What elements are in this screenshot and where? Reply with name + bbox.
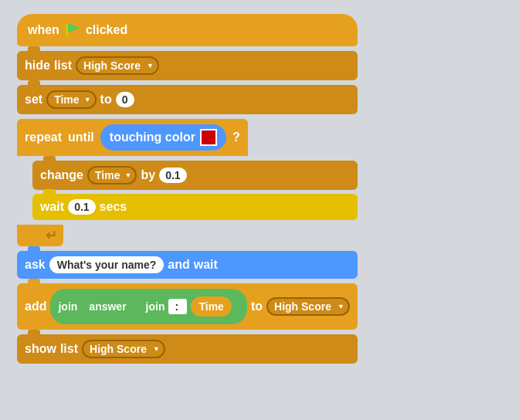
show-list-name: High Score bbox=[90, 343, 147, 355]
wait-label: wait bbox=[40, 200, 64, 214]
change-variable-label: Time bbox=[95, 169, 120, 181]
color-swatch-red[interactable] bbox=[200, 129, 217, 146]
repeat-until-inner: change Time by 0.1 wait 0.1 secs bbox=[17, 156, 358, 225]
repeat-until-bottom: ↵ bbox=[17, 225, 63, 246]
list-label2: list bbox=[60, 342, 78, 356]
svg-marker-1 bbox=[68, 23, 80, 32]
when-label: when bbox=[28, 23, 59, 37]
time-reporter-block[interactable]: Time bbox=[191, 296, 231, 317]
wait-label2: wait bbox=[194, 258, 218, 272]
until-label: until bbox=[68, 130, 94, 144]
add-list-dropdown[interactable]: High Score bbox=[266, 297, 350, 316]
to-label: to bbox=[100, 93, 112, 107]
by-label: by bbox=[141, 168, 155, 182]
time-variable-dropdown[interactable]: Time bbox=[46, 90, 96, 109]
change-label: change bbox=[40, 168, 83, 182]
set-label: set bbox=[25, 93, 42, 107]
and-label: and bbox=[168, 258, 189, 272]
scratch-blocks-container: when clicked hide list High Score set Ti… bbox=[17, 14, 358, 364]
hide-list-block[interactable]: hide list High Score bbox=[17, 51, 358, 80]
outer-join-block[interactable]: join answer join : Time bbox=[50, 289, 246, 324]
ask-question-input[interactable]: What's your name? bbox=[49, 256, 165, 273]
ask-block[interactable]: ask What's your name? and wait bbox=[17, 251, 358, 279]
hide-list-dropdown[interactable]: High Score bbox=[76, 56, 159, 75]
repeat-until-top[interactable]: repeat until touching color ? bbox=[17, 119, 248, 156]
show-label: show bbox=[25, 342, 56, 356]
hide-list-name: High Score bbox=[83, 59, 141, 72]
set-time-block[interactable]: set Time to 0 bbox=[17, 85, 358, 114]
add-list-name: High Score bbox=[274, 300, 331, 313]
wait-block[interactable]: wait 0.1 secs bbox=[32, 194, 358, 220]
hide-label: hide bbox=[25, 59, 50, 73]
svg-rect-0 bbox=[66, 23, 68, 37]
loop-arrow-icon: ↵ bbox=[46, 227, 57, 244]
add-block[interactable]: add join answer join : Time to High Sco bbox=[17, 283, 358, 330]
list-label: list bbox=[54, 59, 72, 73]
time-variable-label: Time bbox=[54, 93, 79, 106]
show-list-dropdown[interactable]: High Score bbox=[82, 340, 165, 358]
change-value-input[interactable]: 0.1 bbox=[159, 168, 186, 183]
change-time-block[interactable]: change Time by 0.1 bbox=[32, 161, 358, 190]
touching-color-label: touching color bbox=[110, 130, 195, 144]
change-variable-dropdown[interactable]: Time bbox=[87, 166, 137, 185]
wait-value-input[interactable]: 0.1 bbox=[68, 199, 95, 215]
answer-block[interactable]: answer bbox=[81, 296, 134, 317]
show-list-block[interactable]: show list High Score bbox=[17, 334, 358, 364]
clicked-label: clicked bbox=[86, 23, 127, 37]
time-label: Time bbox=[198, 300, 223, 313]
set-value-input[interactable]: 0 bbox=[116, 92, 134, 107]
repeat-label: repeat bbox=[25, 130, 62, 144]
flag-icon bbox=[63, 22, 82, 39]
question-mark: ? bbox=[232, 130, 240, 144]
answer-label: answer bbox=[89, 300, 126, 313]
add-label: add bbox=[25, 300, 46, 313]
ask-label: ask bbox=[25, 258, 46, 272]
to-label2: to bbox=[251, 300, 263, 313]
touching-color-block[interactable]: touching color bbox=[100, 124, 226, 151]
separator-input[interactable]: : bbox=[168, 299, 187, 314]
secs-label: secs bbox=[100, 200, 127, 214]
when-flag-clicked-block[interactable]: when clicked bbox=[17, 14, 358, 46]
join2-label: join bbox=[146, 300, 165, 313]
repeat-until-block[interactable]: repeat until touching color ? change Tim… bbox=[17, 119, 358, 246]
join1-label: join bbox=[58, 300, 77, 313]
inner-join-block[interactable]: join : Time bbox=[138, 293, 239, 320]
